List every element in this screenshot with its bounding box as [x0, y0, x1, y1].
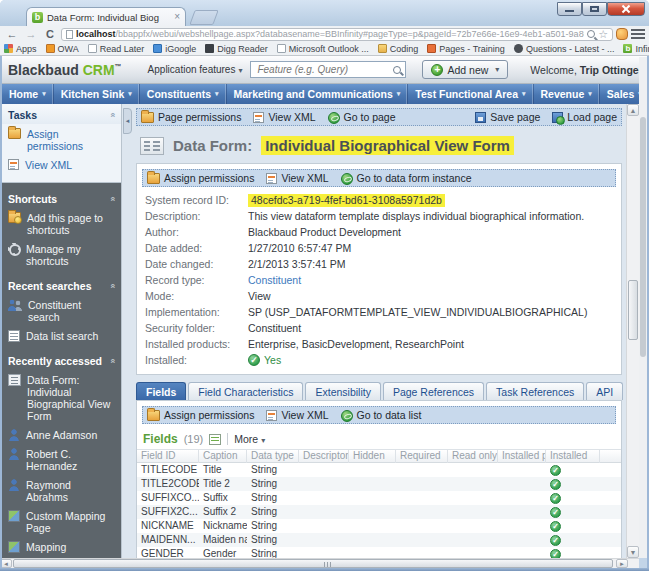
feature-search-box[interactable]: [250, 61, 406, 78]
bookmark-owa[interactable]: OWA: [46, 44, 79, 54]
reload-button[interactable]: C: [42, 27, 58, 41]
tab-page-references[interactable]: Page References: [383, 382, 484, 400]
nav-item-constituents[interactable]: Constituents: [140, 84, 227, 104]
bookmark-infinity-sdk-resourc[interactable]: bInfinity SDK Resourc...: [623, 44, 649, 54]
new-tab-button[interactable]: [189, 10, 218, 25]
nav-item-home[interactable]: Home: [2, 84, 54, 104]
view-xml-button[interactable]: View XML: [266, 409, 328, 421]
export-grid-icon[interactable]: [209, 434, 221, 445]
table-row[interactable]: TITLE2CODETitle 2String: [137, 477, 621, 491]
chrome-menu-icon[interactable]: [631, 29, 645, 39]
field-value[interactable]: Constituent: [248, 274, 301, 287]
browser-vscroll-thumb[interactable]: [640, 117, 646, 357]
sidebar-item-raymond-abrahms[interactable]: Raymond Abrahms: [2, 475, 121, 506]
bookmark-digg-reader[interactable]: Digg Reader: [205, 44, 268, 54]
nav-item-kitchen-sink[interactable]: Kitchen Sink: [54, 84, 140, 104]
browser-vertical-scrollbar[interactable]: [639, 57, 647, 558]
sidebar-item-data-form-individual-biographical-view-form[interactable]: Data Form: Individual Biographical View …: [2, 370, 121, 425]
window-maximize-button[interactable]: [582, 2, 607, 16]
content-scrollbar-thumb[interactable]: [628, 280, 638, 340]
window-close-button[interactable]: [607, 2, 645, 16]
sidebar-item-view-xml[interactable]: View XML: [2, 155, 121, 174]
application-features-dropdown[interactable]: Application features: [148, 64, 243, 75]
column-header-required[interactable]: Required: [396, 449, 448, 463]
sidebar-item-robert-c-hernandez[interactable]: Robert C. Hernandez: [2, 444, 121, 475]
scroll-right-icon[interactable]: ►: [616, 559, 628, 568]
column-header-installed[interactable]: Installed: [546, 449, 600, 463]
add-new-button[interactable]: + Add new: [422, 60, 508, 79]
nav-item-test-functional-area[interactable]: Test Functional Area: [408, 84, 533, 104]
column-header-hidden[interactable]: Hidden: [349, 449, 396, 463]
browser-tab[interactable]: b Data Form: Individual Biog ×: [26, 7, 186, 26]
page-permissions-button[interactable]: Page permissions: [141, 111, 241, 123]
collapse-section-icon[interactable]: «: [107, 112, 117, 117]
column-header-read-only[interactable]: Read only: [448, 449, 498, 463]
view-xml-button[interactable]: View XML: [266, 172, 328, 184]
collapse-section-icon[interactable]: «: [107, 283, 117, 288]
nav-item-marketing-and-communications[interactable]: Marketing and Communications: [227, 84, 409, 104]
save-page-button[interactable]: Save page: [475, 111, 540, 123]
tab-field-characteristics[interactable]: Field Characteristics: [188, 382, 303, 400]
column-header-descriptor[interactable]: Descriptor: [299, 449, 349, 463]
sidebar-item-constituent-search[interactable]: Constituent search: [2, 295, 121, 326]
table-row[interactable]: TITLECODETitleString: [137, 463, 621, 477]
address-bar[interactable]: localhost/bbappfx/webui/webshellpage.asp…: [61, 28, 613, 41]
bookmark-igoogle[interactable]: iGoogle: [153, 44, 196, 54]
tab-task-references[interactable]: Task References: [486, 382, 584, 400]
feature-search-input[interactable]: [255, 63, 393, 76]
sidebar-item-data-list-search[interactable]: Data list search: [2, 326, 121, 345]
column-header-data-type[interactable]: Data type: [247, 449, 299, 463]
window-minimize-button[interactable]: [557, 2, 582, 16]
tab-close-icon[interactable]: ×: [174, 12, 180, 22]
table-row[interactable]: NICKNAMENicknameString: [137, 519, 621, 533]
scroll-up-icon[interactable]: ▲: [627, 104, 639, 116]
load-page-button[interactable]: Load page: [552, 111, 617, 123]
welcome-user-dropdown[interactable]: Welcome, Trip Ottinger: [530, 64, 649, 76]
collapse-section-icon[interactable]: «: [107, 358, 117, 363]
zoom-icon[interactable]: [587, 30, 595, 38]
tab-fields[interactable]: Fields: [136, 382, 186, 400]
sidebar-splitter[interactable]: ◂: [121, 104, 132, 558]
collapse-section-icon[interactable]: «: [107, 196, 117, 201]
collapse-sidebar-icon[interactable]: ◂: [123, 108, 132, 134]
bookmark-apps[interactable]: Apps: [4, 44, 37, 54]
bookmark-read-later[interactable]: Read Later: [88, 44, 145, 54]
table-row[interactable]: MAIDENN...Maiden na...String: [137, 533, 621, 547]
assign-permissions-button[interactable]: Assign permissions: [147, 409, 254, 421]
tab-extensibility[interactable]: Extensibility: [305, 382, 380, 400]
assign-permissions-button[interactable]: Assign permissions: [147, 172, 254, 184]
sidebar-item-mapping[interactable]: Mapping: [2, 537, 121, 556]
nav-item-revenue[interactable]: Revenue: [534, 84, 600, 104]
content-vertical-scrollbar[interactable]: ▲ ▼: [626, 104, 639, 558]
sidebar-item-custom-mapping-page[interactable]: Custom Mapping Page: [2, 506, 121, 537]
table-row[interactable]: GENDERGenderString: [137, 547, 621, 558]
table-row[interactable]: SUFFIXCO...SuffixString: [137, 491, 621, 505]
go-to-page-button[interactable]: Go to page: [328, 111, 396, 124]
bookmark-coding[interactable]: Coding: [378, 44, 419, 54]
view-xml-button[interactable]: View XML: [253, 111, 315, 123]
sidebar-item-add-this-page-to-shortcuts[interactable]: Add this page to shortcuts: [2, 208, 121, 239]
sidebar-item-assign-permissions[interactable]: Assign permissions: [2, 124, 121, 155]
go-to-data-form-instance-button[interactable]: Go to data form instance: [341, 172, 472, 185]
column-header-field-id[interactable]: Field ID: [137, 449, 199, 463]
more-dropdown[interactable]: More: [234, 433, 265, 445]
sidebar-item-anne-adamson[interactable]: Anne Adamson: [2, 425, 121, 444]
search-icon[interactable]: [393, 66, 401, 74]
scroll-down-icon[interactable]: ▼: [627, 546, 639, 558]
bookmark-star-icon[interactable]: ☆: [598, 29, 608, 39]
go-to-data-list-button[interactable]: Go to data list: [341, 409, 422, 422]
back-button[interactable]: ←: [4, 27, 20, 41]
column-header-caption[interactable]: Caption: [199, 449, 247, 463]
table-row[interactable]: SUFFIX2C...Suffix 2String: [137, 505, 621, 519]
sidebar-item-manage-my-shortcuts[interactable]: Manage my shortcuts: [2, 239, 121, 270]
bookmark-questions-latest[interactable]: Questions - Latest - ...: [514, 44, 615, 54]
tab-api[interactable]: API: [586, 382, 623, 400]
column-header-installed-p[interactable]: Installed p...: [498, 449, 546, 463]
bookmark-pages-training[interactable]: Pages - Training: [427, 44, 505, 54]
browser-hscroll-thumb[interactable]: [13, 559, 613, 568]
forward-button[interactable]: →: [23, 27, 39, 41]
extension-icon[interactable]: [616, 28, 628, 40]
browser-horizontal-scrollbar[interactable]: ◄ ►: [0, 558, 639, 568]
bookmark-microsoft-outlook[interactable]: Microsoft Outlook ...: [277, 44, 369, 54]
titlebar[interactable]: b Data Form: Individual Biog ×: [0, 0, 649, 26]
